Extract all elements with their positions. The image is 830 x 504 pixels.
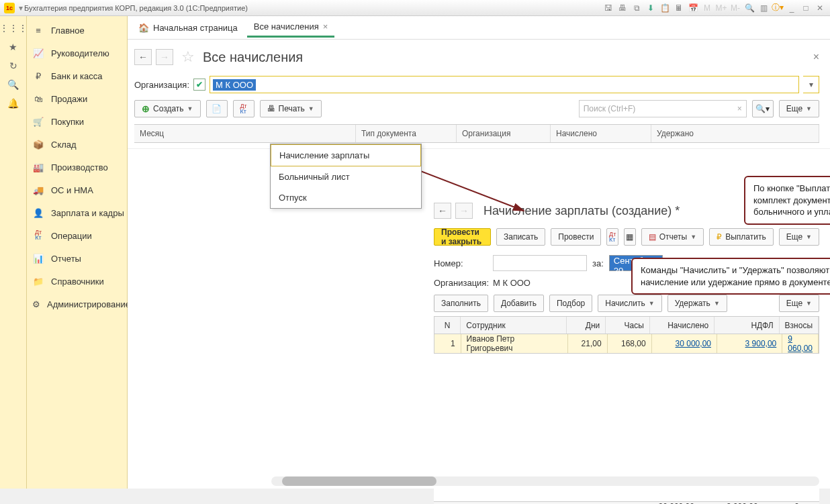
col-month[interactable]: Месяц [134,125,356,142]
post-button[interactable]: Провести [551,228,601,246]
minimize-icon[interactable]: _ [786,2,798,14]
deduct-button[interactable]: Удержать▼ [667,295,727,312]
sidebar-item-admin[interactable]: ⚙Администрирование [27,293,127,315]
print-icon[interactable]: 🖶 [616,2,629,14]
tab-accruals[interactable]: Все начисления× [247,17,335,38]
favorite-star-icon[interactable]: ☆ [181,48,195,66]
sidebar-item-bank[interactable]: ₽Банк и касса [27,64,127,87]
search-input[interactable]: Поиск (Ctrl+F)× [579,100,747,117]
info-icon[interactable]: ⓘ▾ [772,2,784,14]
calc-icon[interactable]: 🖩 [673,2,685,14]
sidebar-item-production[interactable]: 🏭Производство [27,156,127,179]
reports-button[interactable]: ▤Отчеты▼ [641,228,704,246]
col-accrued[interactable]: Начислено [551,125,651,142]
nav-back-button[interactable]: ← [134,49,152,65]
col-hours[interactable]: Часы [606,317,650,334]
maximize-icon[interactable]: □ [800,2,812,14]
tab-home[interactable]: 🏠Начальная страница [130,17,246,38]
col-acc[interactable]: Начислено [650,317,714,334]
app-logo-icon: 1c [4,3,15,13]
dtkt-button[interactable]: ДтКт [233,100,255,117]
col-ndfl[interactable]: НДФЛ [714,317,779,334]
sub-nav-back[interactable]: ← [434,203,451,219]
clear-icon[interactable]: × [737,104,742,113]
save-icon[interactable]: 🖫 [602,2,614,14]
scrollbar-thumb[interactable] [282,476,436,486]
col-n[interactable]: N [434,317,461,334]
cell-ndfl[interactable]: 3 900,00 [717,334,782,353]
org-field[interactable]: М К ООО [210,76,799,93]
page-close-icon[interactable]: × [813,51,819,63]
search-button[interactable]: 🔍▾ [752,100,774,117]
compare-icon[interactable]: ⧉ [631,2,643,14]
dtkt-button2[interactable]: ДтКт [606,228,618,246]
table-row[interactable]: 1 Иванов Петр Григорьевич 21,00 168,00 3… [434,334,819,353]
sidebar-item-operations[interactable]: ДтКтОперации [27,224,127,247]
dtkt-icon: ДтКт [32,230,44,242]
registers-button[interactable]: ▦ [624,228,636,246]
col-contr[interactable]: Взносы [780,317,819,334]
pay-button[interactable]: ₽Выплатить [709,228,774,246]
num-input[interactable] [493,255,587,271]
print-button[interactable]: 🖶Печать▼ [260,100,322,117]
plus-icon: ⊕ [142,103,150,114]
sidebar-item-reports[interactable]: 📊Отчеты [27,247,127,270]
add-button[interactable]: Добавить [494,295,544,312]
close-icon[interactable]: ✕ [814,2,826,14]
notifications-icon[interactable]: 🔔 [0,94,26,113]
search-icon[interactable]: 🔍 [0,75,26,94]
sidebar-item-sales[interactable]: 🛍Продажи [27,87,127,110]
dropdown-item-sickleave[interactable]: Больничный лист [271,166,421,187]
dropdown-item-vacation[interactable]: Отпуск [271,187,421,208]
cell-days: 21,00 [568,334,607,353]
favorite-icon[interactable]: ★ [0,38,26,56]
excel-icon[interactable]: ⬇ [645,2,657,14]
sub-more2-button[interactable]: Еще▼ [779,295,819,312]
fill-button[interactable]: Заполнить [434,295,488,312]
pick-button[interactable]: Подбор [549,295,592,312]
dropdown-item-salary[interactable]: Начисление зарплаты [271,144,421,166]
app-menu-dropdown[interactable]: ▾ [17,3,24,13]
sub-more-button[interactable]: Еще▼ [779,228,819,246]
cell-contr[interactable]: 9 060,00 [782,334,819,353]
sidebar-item-main[interactable]: ≡Главное [27,19,127,42]
clipboard-icon[interactable]: 📋 [659,2,671,14]
horizontal-scrollbar[interactable] [271,476,819,486]
m-icon[interactable]: M [701,2,713,14]
history-icon[interactable]: ↻ [0,56,26,75]
write-button[interactable]: Записать [496,228,545,246]
sidebar-item-directories[interactable]: 📁Справочники [27,270,127,293]
zoom-icon[interactable]: 🔍 [743,2,755,14]
tab-close-icon[interactable]: × [323,21,328,32]
org-dropdown-button[interactable]: ▾ [803,76,819,93]
sidebar-item-assets[interactable]: 🚚ОС и НМА [27,179,127,201]
sidebar-item-manager[interactable]: 📈Руководителю [27,42,127,64]
create-button[interactable]: ⊕Создать▼ [134,100,201,117]
sidebar-item-salary[interactable]: 👤Зарплата и кадры [27,201,127,224]
m-minus-icon[interactable]: M- [729,2,741,14]
col-org[interactable]: Организация [457,125,551,142]
cell-acc[interactable]: 30 000,00 [652,334,717,353]
post-close-button[interactable]: Провести и закрыть [434,228,491,246]
more-button[interactable]: Еще▼ [779,100,819,117]
sidebar: ≡Главное 📈Руководителю ₽Банк и касса 🛍Пр… [27,16,128,489]
org-checkbox[interactable]: ✔ [193,79,205,91]
calendar-icon[interactable]: 📅 [687,2,699,14]
col-emp[interactable]: Сотрудник [461,317,567,334]
copy-button[interactable]: 📄 [206,100,228,117]
print-label: Печать [279,104,305,113]
apps-icon[interactable]: ⋮⋮⋮ [0,19,26,38]
sidebar-label: ОС и НМА [51,185,93,195]
dropdown-icon: ▼ [690,234,696,240]
col-deducted[interactable]: Удержано [651,125,819,142]
accrue-button[interactable]: Начислить▼ [598,295,661,312]
sub-nav-fwd[interactable]: → [455,203,473,219]
panels-icon[interactable]: ▥ [757,2,770,14]
col-days[interactable]: Дни [567,317,606,334]
nav-forward-button[interactable]: → [156,49,173,65]
m-plus-icon[interactable]: M+ [715,2,727,14]
col-doctype[interactable]: Тип документа [356,125,457,142]
printer-icon: 🖶 [267,104,275,113]
sidebar-item-purchases[interactable]: 🛒Покупки [27,110,127,133]
sidebar-item-stock[interactable]: 📦Склад [27,133,127,156]
